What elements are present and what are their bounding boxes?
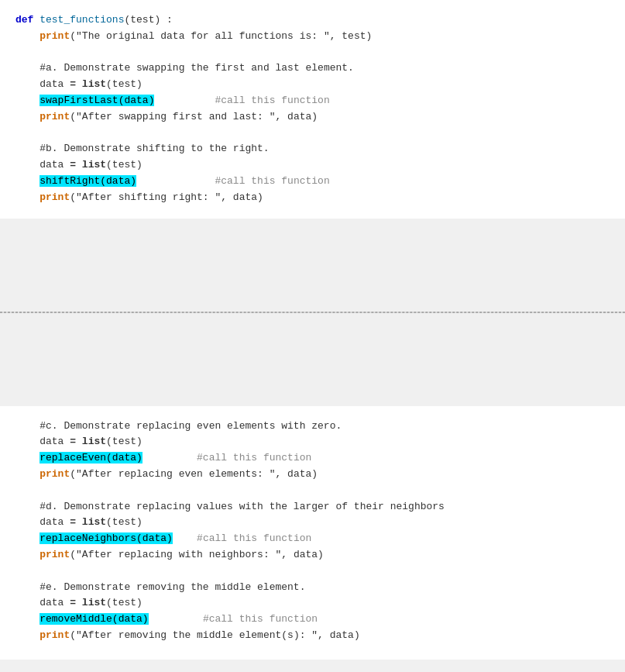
eq-1: = xyxy=(70,78,76,90)
line-replaceNeighbors: replaceNeighbors(data) #call this functi… xyxy=(15,531,610,547)
keyword-print-6: print xyxy=(39,629,70,641)
highlight-swapFirstLast: swapFirstLast(data) xyxy=(39,95,154,106)
line-data-assign-2: data = list(test) xyxy=(15,157,610,174)
gap-area-2 xyxy=(0,313,625,406)
list-kw-5: list xyxy=(82,597,106,608)
line-print6: print("After removing the middle element… xyxy=(15,628,610,644)
eq-2: = xyxy=(70,159,76,171)
comment-call-5: #call this function xyxy=(203,613,318,625)
code-block-1: def test_functions(test) : print("The or… xyxy=(0,0,625,219)
line-print4: print("After replacing even elements: ",… xyxy=(15,467,610,483)
list-kw-2: list xyxy=(82,159,106,171)
list-kw-1: list xyxy=(82,78,106,90)
line-print3: print("After shifting right: ", data) xyxy=(15,190,610,206)
blank-1 xyxy=(15,45,610,61)
keyword-print-4: print xyxy=(39,468,70,480)
blank-2 xyxy=(15,126,610,142)
blank-4 xyxy=(15,563,610,580)
keyword-print-1: print xyxy=(39,30,70,42)
line-print2: print("After swapping first and last: ",… xyxy=(15,109,610,126)
comment-call-3: #call this function xyxy=(197,452,311,464)
code-block-2: #c. Demonstrate replacing even elements … xyxy=(0,406,625,660)
line-removeMiddle: removeMiddle(data) #call this function xyxy=(15,612,610,628)
line-comment-c: #c. Demonstrate replacing even elements … xyxy=(15,419,610,435)
highlight-replaceEven: replaceEven(data) xyxy=(39,452,143,464)
comment-call-2: #call this function xyxy=(215,175,329,187)
line-comment-b: #b. Demonstrate shifting to the right. xyxy=(15,141,610,157)
line-shiftRight: shiftRight(data) #call this function xyxy=(15,174,610,190)
fn-test-functions: test_functions xyxy=(39,14,124,26)
line-print1: print("The original data for all functio… xyxy=(15,29,610,45)
highlight-removeMiddle: removeMiddle(data) xyxy=(39,613,148,625)
eq-5: = xyxy=(70,597,76,608)
gap-area xyxy=(0,219,625,312)
keyword-def: def xyxy=(15,14,33,26)
keyword-print-3: print xyxy=(39,191,70,203)
keyword-print-5: print xyxy=(39,549,70,560)
line-print5: print("After replacing with neighbors: "… xyxy=(15,547,610,563)
page-container: def test_functions(test) : print("The or… xyxy=(0,0,625,672)
line-data-assign-1: data = list(test) xyxy=(15,77,610,93)
line-comment-d: #d. Demonstrate replacing values with th… xyxy=(15,499,610,515)
eq-4: = xyxy=(70,516,76,528)
eq-3: = xyxy=(70,436,76,447)
line-comment-e: #e. Demonstrate removing the middle elem… xyxy=(15,580,610,596)
line-data-assign-5: data = list(test) xyxy=(15,595,610,612)
highlight-replaceNeighbors: replaceNeighbors(data) xyxy=(39,532,173,544)
comment-call-1: #call this function xyxy=(215,95,329,106)
blank-3 xyxy=(15,483,610,499)
list-kw-4: list xyxy=(82,516,106,528)
list-kw-3: list xyxy=(82,436,106,447)
highlight-shiftRight: shiftRight(data) xyxy=(39,175,136,187)
text-demonstrate-a: Demonstrate xyxy=(64,62,130,74)
line-def: def test_functions(test) : xyxy=(15,12,610,29)
comment-call-4: #call this function xyxy=(197,532,311,544)
line-swapFirstLast: swapFirstLast(data) #call this function xyxy=(15,93,610,109)
line-replaceEven: replaceEven(data) #call this function xyxy=(15,450,610,467)
line-data-assign-3: data = list(test) xyxy=(15,434,610,450)
keyword-print-2: print xyxy=(39,111,70,122)
line-data-assign-4: data = list(test) xyxy=(15,515,610,531)
line-comment-a: #a. Demonstrate swapping the first and l… xyxy=(15,60,610,77)
